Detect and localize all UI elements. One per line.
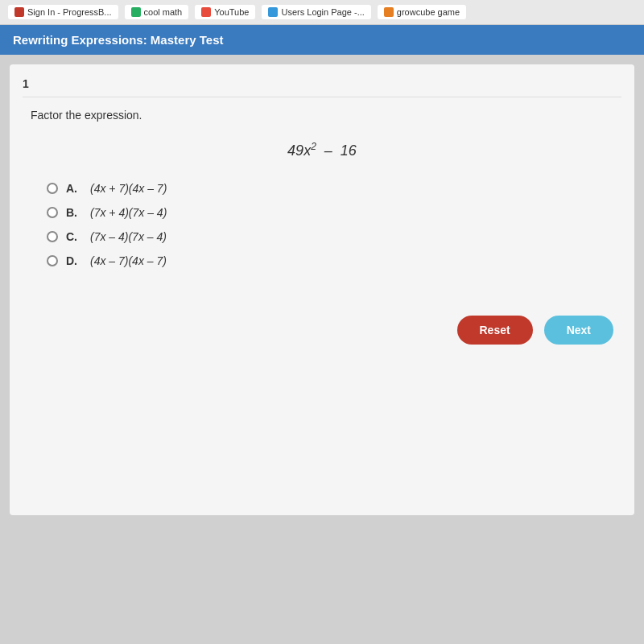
option-c-label: C. [66,230,82,243]
radio-c[interactable] [47,231,58,242]
option-d[interactable]: D. (4x – 7)(4x – 7) [47,254,621,267]
option-a[interactable]: A. (4x + 7)(4x – 7) [47,182,621,195]
option-c[interactable]: C. (7x – 4)(7x – 4) [47,230,621,243]
tab-userslogin-label: Users Login Page -... [281,7,364,17]
tab-signin-label: Sign In - ProgressB... [27,7,112,17]
tab-signin[interactable]: Sign In - ProgressB... [8,5,118,19]
option-c-text: (7x – 4)(7x – 4) [90,230,167,243]
browser-toolbar: Sign In - ProgressB... cool math YouTube… [0,0,644,25]
signin-icon [14,7,24,17]
radio-b[interactable] [47,207,58,218]
math-expression: 49x2 – 16 [23,141,621,159]
option-a-text: (4x + 7)(4x – 7) [90,182,167,195]
question-instruction: Factor the expression. [31,109,621,122]
option-a-label: A. [66,182,82,195]
answer-options: A. (4x + 7)(4x – 7) B. (7x + 4)(7x – 4) … [47,182,621,267]
tab-growcube-label: growcube game [397,7,460,17]
option-d-label: D. [66,254,82,267]
radio-a[interactable] [47,183,58,194]
growcube-icon [384,7,394,17]
buttons-row: Reset Next [23,316,621,345]
next-button[interactable]: Next [544,316,613,345]
userslogin-icon [268,7,278,17]
main-content: 1 Factor the expression. 49x2 – 16 A. (4… [10,64,634,515]
option-b[interactable]: B. (7x + 4)(7x – 4) [47,206,621,219]
coolmath-icon [131,7,141,17]
question-number: 1 [23,77,621,97]
option-b-text: (7x + 4)(7x – 4) [90,206,167,219]
page-title: Rewriting Expressions: Mastery Test [13,33,223,47]
tab-coolmath-label: cool math [144,7,183,17]
option-d-text: (4x – 7)(4x – 7) [90,254,167,267]
tab-userslogin[interactable]: Users Login Page -... [262,5,370,19]
radio-d[interactable] [47,255,58,266]
page-header: Rewriting Expressions: Mastery Test [0,25,644,55]
option-b-label: B. [66,206,82,219]
youtube-icon [201,7,211,17]
reset-button[interactable]: Reset [457,316,533,345]
tab-youtube[interactable]: YouTube [195,5,255,19]
tab-youtube-label: YouTube [214,7,249,17]
tab-growcube[interactable]: growcube game [378,5,466,19]
tab-coolmath[interactable]: cool math [125,5,189,19]
